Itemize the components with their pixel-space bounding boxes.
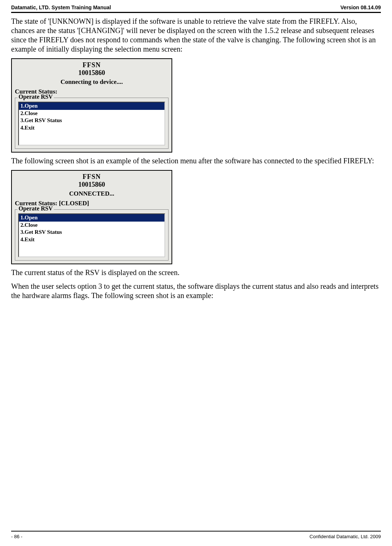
header-left: Datamatic, LTD. System Training Manual <box>11 4 111 10</box>
ss2-item-get-status[interactable]: 3.Get RSV Status <box>19 229 164 236</box>
footer-page-number: - 86 - <box>11 534 22 539</box>
paragraph-3: The current status of the RSV is display… <box>11 268 381 277</box>
header-right: Version 08.14.09 <box>340 4 381 10</box>
paragraph-2: The following screen shot is an example … <box>11 156 381 166</box>
ss2-serial: 10015860 <box>15 181 169 189</box>
screenshot-connected: FFSN 10015860 CONNECTED... Current Statu… <box>11 170 172 264</box>
ss1-status-message: Connecting to device.... <box>15 78 169 86</box>
footer-confidential: Confidential Datamatic, Ltd. 2009 <box>310 534 381 539</box>
ss1-legend: Operate RSV <box>17 94 54 100</box>
ss1-operate-group: Operate RSV 1.Open 2.Close 3.Get RSV Sta… <box>15 98 169 149</box>
footer-rule <box>11 531 381 532</box>
ss1-title: FFSN <box>15 61 169 69</box>
ss1-serial: 10015860 <box>15 69 169 77</box>
ss2-item-open[interactable]: 1.Open <box>19 214 164 222</box>
ss1-item-close[interactable]: 2.Close <box>19 110 164 117</box>
page-header: Datamatic, LTD. System Training Manual V… <box>11 4 381 12</box>
ss1-item-exit[interactable]: 4.Exit <box>19 124 164 132</box>
ss2-operate-group: Operate RSV 1.Open 2.Close 3.Get RSV Sta… <box>15 209 169 261</box>
screenshot-connecting: FFSN 10015860 Connecting to device.... C… <box>11 58 172 153</box>
ss1-item-get-status[interactable]: 3.Get RSV Status <box>19 117 164 124</box>
ss2-title: FFSN <box>15 173 169 181</box>
ss1-item-open[interactable]: 1.Open <box>19 102 164 110</box>
paragraph-4: When the user selects option 3 to get th… <box>11 282 381 300</box>
header-rule <box>11 12 381 13</box>
page-footer: - 86 - Confidential Datamatic, Ltd. 2009 <box>11 531 381 539</box>
paragraph-1: The state of '[UNKNOWN] is displayed if … <box>11 17 381 54</box>
ss2-status-message: CONNECTED... <box>15 190 169 197</box>
ss2-legend: Operate RSV <box>17 205 54 212</box>
ss2-item-close[interactable]: 2.Close <box>19 222 164 229</box>
ss2-item-exit[interactable]: 4.Exit <box>19 236 164 243</box>
ss2-listbox[interactable]: 1.Open 2.Close 3.Get RSV Status 4.Exit <box>18 213 165 257</box>
ss1-listbox[interactable]: 1.Open 2.Close 3.Get RSV Status 4.Exit <box>18 102 165 146</box>
